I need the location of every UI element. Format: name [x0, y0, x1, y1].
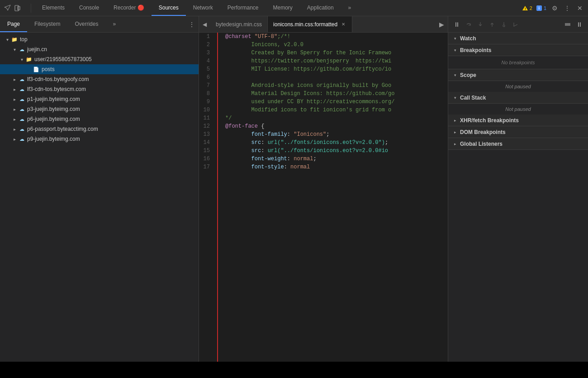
code-line-14: src: url("../fonts/ionicons.eot?v=2.0.0"…	[225, 139, 448, 147]
breakpoints-title: Breakpoints	[460, 47, 491, 53]
tree-label-user: user/219558057873005	[34, 56, 92, 62]
sidebar-actions-menu[interactable]: ⋮	[185, 16, 199, 32]
run-snippet-icon[interactable]: ▶	[436, 16, 448, 32]
editor-tab-bytedesign[interactable]: bytedesign.min.css	[210, 16, 268, 32]
tree-arrow-bytegoofy: ▸	[11, 76, 18, 83]
tab-network[interactable]: Network	[186, 0, 220, 16]
tree-item-p3[interactable]: ▸ ☁ p3-juejin.byteimg.com	[0, 104, 199, 114]
folder-icon-user: 📁	[25, 56, 33, 63]
tree-item-bytescm[interactable]: ▸ ☁ lf3-cdn-tos.bytescm.com	[0, 84, 199, 94]
tab-more[interactable]: »	[341, 0, 359, 16]
tree-item-p6passport[interactable]: ▸ ☁ p6-passport.byteacctimg.com	[0, 124, 199, 134]
gutter-5: 5	[199, 65, 213, 73]
step-button[interactable]	[499, 19, 509, 29]
code-line-8: Material Design Icons: https://github.co…	[225, 90, 448, 98]
gutter-11: 11	[199, 114, 213, 122]
sidebar-tab-overrides[interactable]: Overrides	[67, 16, 105, 32]
devtools-toolbar: Elements Console Recorder 🔴 Sources Netw…	[0, 0, 588, 16]
tree-item-bytegoofy[interactable]: ▸ ☁ lf3-cdn-tos.bytegoofy.com	[0, 74, 199, 84]
tree-label-posts: posts	[42, 66, 55, 72]
gutter-9: 9	[199, 98, 213, 106]
cloud-icon-p6passport: ☁	[18, 125, 25, 133]
code-line-5: MIT License: https://github.com/driftyco…	[225, 65, 448, 73]
tree-item-top[interactable]: ▾ 📁 top	[0, 34, 199, 44]
tab-performance[interactable]: Performance	[220, 0, 266, 16]
tree-arrow-juejin: ▾	[11, 46, 18, 53]
breakpoints-arrow: ▾	[452, 47, 458, 53]
step-into-button[interactable]	[475, 19, 485, 29]
gutter-13: 13	[199, 130, 213, 139]
deactivate-breakpoints-button[interactable]	[563, 19, 573, 29]
step-out-button[interactable]	[487, 19, 497, 29]
gutter-10: 10	[199, 106, 213, 114]
gutter-1: 1	[199, 33, 213, 41]
tab-elements[interactable]: Elements	[35, 0, 72, 16]
callstack-section-header[interactable]: ▾ Call Stack	[448, 92, 588, 104]
toolbar-right: ! 2 i 1 ⚙ ⋮ ✕	[522, 4, 584, 13]
warning-badge[interactable]: ! 2	[522, 5, 532, 11]
gutter-14: 14	[199, 139, 213, 147]
editor-tab-ionicons[interactable]: ionicons.min.css:formatted ✕	[268, 16, 352, 32]
gutter-4: 4	[199, 57, 213, 65]
code-line-7: Android-style icons originally built by …	[225, 81, 448, 90]
tab-sources[interactable]: Sources	[152, 0, 186, 16]
code-line-3: Created by Ben Sperry for the Ionic Fram…	[225, 49, 448, 57]
step-over-button[interactable]	[464, 19, 474, 29]
pause-button[interactable]: ⏸	[452, 19, 462, 29]
global-title: Global Listeners	[460, 141, 503, 147]
callstack-arrow: ▾	[452, 95, 458, 101]
tree-arrow-p3: ▸	[11, 105, 18, 113]
settings-icon[interactable]: ⚙	[550, 4, 559, 13]
watch-section-header[interactable]: ▾ Watch	[448, 33, 588, 44]
cloud-icon-p1: ☁	[18, 96, 25, 103]
tab-application[interactable]: Application	[300, 0, 341, 16]
close-tab-icon[interactable]: ✕	[340, 21, 346, 28]
tree-label-bytescm: lf3-cdn-tos.bytescm.com	[27, 86, 86, 92]
code-line-9: used under CC BY http://creativecommons.…	[225, 98, 448, 106]
tree-item-juejin[interactable]: ▾ ☁ juejin.cn	[0, 44, 199, 54]
code-editor[interactable]: 1 2 3 4 5 6 7 8 9 10 11 12 13 14 15 16 1…	[199, 33, 448, 362]
tree-item-p9[interactable]: ▸ ☁ p9-juejin.byteimg.com	[0, 134, 199, 144]
xhr-arrow: ▸	[452, 117, 458, 124]
sidebar-tab-page[interactable]: Page	[0, 16, 27, 32]
dom-arrow: ▸	[452, 129, 458, 135]
xhr-section-header[interactable]: ▸ XHR/fetch Breakpoints	[448, 115, 588, 126]
tree-label-p1: p1-juejin.byteimg.com	[27, 96, 80, 102]
tree-item-p6[interactable]: ▸ ☁ p6-juejin.byteimg.com	[0, 114, 199, 124]
prev-tab-arrow[interactable]: ◀	[199, 16, 210, 32]
main-layout: Page Filesystem Overrides » ⋮ ▾ 📁 top	[0, 16, 588, 362]
tree-item-user[interactable]: ▾ 📁 user/219558057873005	[0, 54, 199, 64]
callstack-title: Call Stack	[460, 95, 486, 101]
global-section-header[interactable]: ▸ Global Listeners	[448, 138, 588, 150]
info-badge[interactable]: i 1	[536, 5, 546, 11]
editor-tabs: ◀ bytedesign.min.css ionicons.min.css:fo…	[199, 16, 448, 33]
more-options-icon[interactable]: ⋮	[563, 4, 572, 13]
device-icon[interactable]	[14, 4, 22, 12]
panel-sections: ▾ Watch ▾ Breakpoints No breakpoints ▾ S…	[448, 33, 588, 362]
close-devtools-icon[interactable]: ✕	[575, 4, 584, 13]
tab-recorder[interactable]: Recorder 🔴	[106, 0, 152, 16]
toolbar-tabs: Elements Console Recorder 🔴 Sources Netw…	[35, 0, 522, 16]
tree-label-juejin: juejin.cn	[27, 46, 47, 53]
tab-memory[interactable]: Memory	[266, 0, 300, 16]
continue-button[interactable]	[511, 19, 521, 29]
sidebar-tab-filesystem[interactable]: Filesystem	[27, 16, 67, 32]
inspect-icon[interactable]	[4, 4, 12, 12]
dom-section-header[interactable]: ▸ DOM Breakpoints	[448, 126, 588, 138]
pause-on-exception-button[interactable]: ⏸	[574, 19, 584, 29]
tree-item-p1[interactable]: ▸ ☁ p1-juejin.byteimg.com	[0, 94, 199, 104]
file-tree: ▾ 📁 top ▾ ☁ juejin.cn ▾ 📁 user/219558057…	[0, 33, 199, 362]
tab-console[interactable]: Console	[72, 0, 106, 16]
scope-section-header[interactable]: ▾ Scope	[448, 69, 588, 81]
code-line-6	[225, 73, 448, 81]
dom-title: DOM Breakpoints	[460, 129, 506, 135]
right-panel: ⏸	[448, 16, 588, 362]
breakpoints-section-header[interactable]: ▾ Breakpoints	[448, 44, 588, 56]
code-line-11: */	[225, 114, 448, 122]
scope-arrow: ▾	[452, 72, 458, 78]
editor-area: ◀ bytedesign.min.css ionicons.min.css:fo…	[199, 16, 448, 362]
tree-item-posts[interactable]: ▸ 📄 posts	[0, 64, 199, 74]
sidebar-tab-more[interactable]: »	[105, 16, 123, 32]
svg-point-8	[503, 25, 505, 27]
breakpoints-empty: No breakpoints	[448, 56, 588, 69]
